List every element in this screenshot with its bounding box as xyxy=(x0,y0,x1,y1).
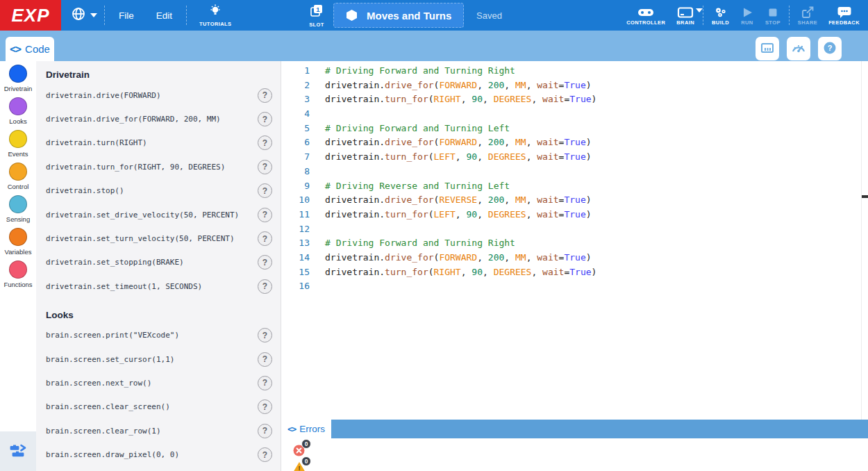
help-button[interactable]: ? xyxy=(258,88,272,103)
brain-button[interactable]: BRAIN xyxy=(671,0,700,31)
help-button[interactable]: ? xyxy=(258,424,272,438)
code-token: , xyxy=(456,209,467,220)
palette-command[interactable]: brain.screen.next_row() xyxy=(46,379,151,388)
help-button[interactable]: ? xyxy=(258,160,272,174)
code-token: wait xyxy=(537,195,558,205)
palette-command[interactable]: drivetrain.set_stopping(BRAKE) xyxy=(46,258,184,267)
palette-command[interactable]: drivetrain.turn_for(RIGHT, 90, DEGREES) xyxy=(46,163,225,172)
device-port-icon xyxy=(760,40,775,58)
help-button[interactable]: ? xyxy=(258,231,272,246)
lightbulb-icon xyxy=(208,3,222,20)
code-token: ( xyxy=(428,151,434,162)
palette-command[interactable]: drivetrain.stop() xyxy=(46,186,124,195)
line-number: 13 xyxy=(281,236,310,251)
code-token: , xyxy=(477,137,488,147)
device-info-button[interactable] xyxy=(756,37,779,60)
help-button[interactable]: ? xyxy=(258,279,272,294)
line-number: 10 xyxy=(281,193,310,208)
slot-button[interactable]: 1 SLOT xyxy=(303,0,330,31)
code-icon: <> xyxy=(10,43,21,56)
build-button[interactable]: BUILD xyxy=(706,0,735,31)
help-button[interactable]: ? xyxy=(258,447,272,462)
stop-button[interactable]: STOP xyxy=(760,0,786,31)
palette-command[interactable]: drivetrain.set_turn_velocity(50, PERCENT… xyxy=(46,234,235,243)
help-button[interactable]: ? xyxy=(258,208,272,222)
code-token: , xyxy=(477,80,488,90)
help-button[interactable]: ? xyxy=(258,399,272,414)
palette-command[interactable]: drivetrain.turn(RIGHT) xyxy=(46,138,147,147)
help-button[interactable]: ? xyxy=(258,112,272,126)
sidebar-item-functions[interactable]: Functions xyxy=(0,257,36,290)
code-lines[interactable]: 1# Driving Forward and Turning Right2dri… xyxy=(281,61,861,420)
code-line: 4 xyxy=(281,107,861,122)
drivetrain-category-icon xyxy=(9,65,27,83)
code-token: , xyxy=(483,267,494,277)
palette-command[interactable]: brain.screen.set_cursor(1,1) xyxy=(46,355,174,364)
variables-category-icon xyxy=(9,228,27,246)
share-label: SHARE xyxy=(798,19,817,26)
palette-command[interactable]: brain.screen.draw_pixel(0, 0) xyxy=(46,450,179,459)
code-editor[interactable]: 1# Driving Forward and Turning Right2dri… xyxy=(281,61,868,471)
help-button[interactable]: ? xyxy=(258,183,272,198)
code-token: , xyxy=(526,151,537,162)
controller-button[interactable]: CONTROLLER xyxy=(621,0,671,31)
sidebar-item-sensing[interactable]: Sensing xyxy=(0,192,36,224)
tutorials-button[interactable]: TUTORIALS xyxy=(190,0,241,31)
feedback-button[interactable]: FEEDBACK xyxy=(823,0,865,31)
tab-code[interactable]: <> Code xyxy=(6,37,54,61)
code-token: , xyxy=(477,252,488,263)
help-button[interactable]: ? xyxy=(818,37,842,60)
line-number: 7 xyxy=(281,150,310,165)
blocks-text-toggle-button[interactable] xyxy=(0,431,36,471)
code-token: DEGREES xyxy=(488,151,526,162)
code-token: , xyxy=(461,94,472,104)
sidebar-item-variables[interactable]: Variables xyxy=(0,224,36,257)
palette-command[interactable]: drivetrain.set_drive_velocity(50, PERCEN… xyxy=(46,210,239,220)
toolbar-divider xyxy=(186,6,187,25)
code-token: ) xyxy=(586,151,592,162)
tab-errors[interactable]: <> Errors xyxy=(281,420,331,438)
code-token: ) xyxy=(592,267,597,277)
sidebar-item-control[interactable]: Control xyxy=(0,159,36,192)
code-token: drivetrain. xyxy=(325,151,385,162)
code-content: drivetrain.drive_for(REVERSE, 200, MM, w… xyxy=(310,193,592,208)
code-token: drivetrain. xyxy=(325,195,385,205)
editor-quick-buttons: ? xyxy=(756,37,842,60)
code-token: 200 xyxy=(488,195,504,205)
menu-item-file[interactable]: File xyxy=(108,0,145,31)
vexcode-app-window: EXP FileEdit TUTORIALS 1 SLOT Moves and … xyxy=(0,0,868,471)
code-token: turn_for xyxy=(385,94,428,104)
palette-command[interactable]: drivetrain.drive(FORWARD) xyxy=(46,91,161,100)
language-selector[interactable] xyxy=(71,6,97,24)
sidebar-item-drivetrain[interactable]: Drivetrain xyxy=(0,61,36,94)
code-token: , xyxy=(483,94,494,104)
build-label: BUILD xyxy=(712,19,729,26)
sidebar-item-label: Functions xyxy=(3,281,32,288)
sidebar-item-looks[interactable]: Looks xyxy=(0,94,36,126)
palette-command[interactable]: drivetrain.drive_for(FORWARD, 200, MM) xyxy=(46,115,221,124)
help-button[interactable]: ? xyxy=(258,255,272,270)
help-button[interactable]: ? xyxy=(258,376,272,390)
help-button[interactable]: ? xyxy=(258,328,272,342)
code-token: 90 xyxy=(471,94,483,104)
monitor-button[interactable] xyxy=(787,37,810,60)
palette-item: drivetrain.set_stopping(BRAKE)? xyxy=(46,251,272,274)
editor-overview-ruler[interactable] xyxy=(861,61,868,420)
palette-command[interactable]: brain.screen.print("VEXcode") xyxy=(46,331,179,340)
palette-command[interactable]: brain.screen.clear_screen() xyxy=(46,402,170,411)
palette-item: brain.screen.clear_row(1)? xyxy=(46,419,272,443)
palette-command[interactable]: drivetrain.set_timeout(1, SECONDS) xyxy=(46,282,202,291)
sidebar-item-events[interactable]: Events xyxy=(0,126,36,159)
line-number: 14 xyxy=(281,251,310,265)
code-token: drive_for xyxy=(385,137,433,147)
run-button[interactable]: RUN xyxy=(735,0,760,31)
help-button[interactable]: ? xyxy=(258,135,272,150)
sensing-category-icon xyxy=(9,195,27,213)
menu-item-edit[interactable]: Edit xyxy=(145,0,183,31)
share-button[interactable]: SHARE xyxy=(792,0,823,31)
code-content: drivetrain.turn_for(RIGHT, 90, DEGREES, … xyxy=(310,265,596,280)
project-name-button[interactable]: Moves and Turns xyxy=(333,3,464,28)
help-button[interactable]: ? xyxy=(258,352,272,367)
palette-command[interactable]: brain.screen.clear_row(1) xyxy=(46,427,161,436)
brain-screen-icon xyxy=(677,6,694,19)
